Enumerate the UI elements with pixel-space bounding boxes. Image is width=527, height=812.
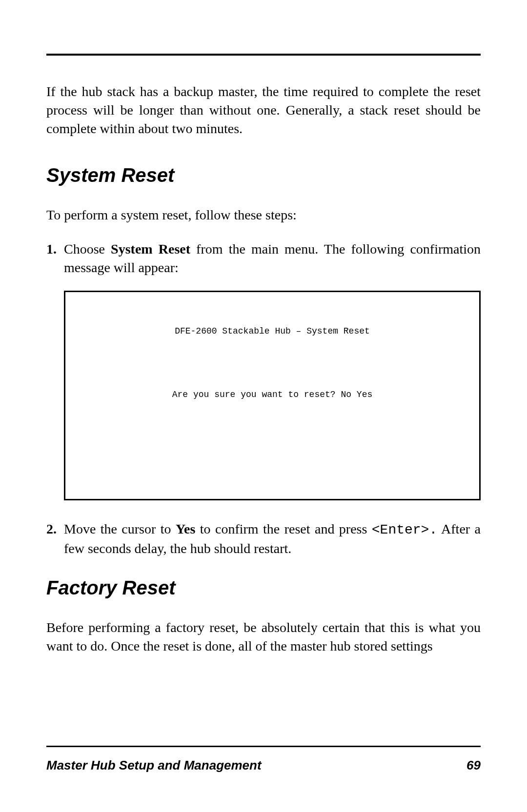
footer-title: Master Hub Setup and Management xyxy=(46,758,262,773)
step-2-bold: Yes xyxy=(176,521,195,536)
heading-factory-reset: Factory Reset xyxy=(46,577,481,599)
top-horizontal-rule xyxy=(46,54,481,56)
document-page: If the hub stack has a backup master, th… xyxy=(0,0,527,812)
step-number: 1. xyxy=(46,240,64,277)
step-2-body: Move the cursor to Yes to confirm the re… xyxy=(64,520,481,558)
terminal-screenshot: DFE-2600 Stackable Hub – System Reset Ar… xyxy=(64,291,481,500)
step-2: 2. Move the cursor to Yes to confirm the… xyxy=(46,520,481,558)
page-number: 69 xyxy=(466,758,481,773)
step-1-text-a: Choose xyxy=(64,241,111,257)
factory-reset-paragraph: Before performing a factory reset, be ab… xyxy=(46,618,481,655)
bottom-horizontal-rule xyxy=(46,746,481,747)
step-1: 1. Choose System Reset from the main men… xyxy=(46,240,481,277)
heading-system-reset: System Reset xyxy=(46,164,481,186)
step-2-text-b: to confirm the reset and press xyxy=(195,521,371,536)
page-footer-area: Master Hub Setup and Management 69 xyxy=(46,746,481,773)
terminal-screenshot-container: DFE-2600 Stackable Hub – System Reset Ar… xyxy=(64,291,481,500)
system-reset-lead: To perform a system reset, follow these … xyxy=(46,206,481,224)
step-2-text-a: Move the cursor to xyxy=(64,521,176,536)
step-1-bold: System Reset xyxy=(111,241,190,257)
step-2-code: <Enter>. xyxy=(372,522,437,537)
terminal-prompt: Are you sure you want to reset? No Yes xyxy=(65,390,479,399)
terminal-title: DFE-2600 Stackable Hub – System Reset xyxy=(65,326,479,336)
step-number: 2. xyxy=(46,520,64,558)
intro-paragraph: If the hub stack has a backup master, th… xyxy=(46,82,481,138)
step-1-body: Choose System Reset from the main menu. … xyxy=(64,240,481,277)
